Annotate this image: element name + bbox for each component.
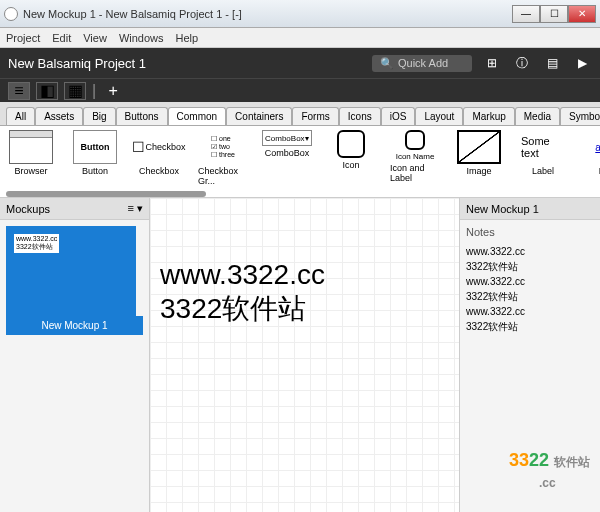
canvas-line-2: 3322软件站 xyxy=(160,292,325,326)
lib-item-label[interactable]: Some textLabel xyxy=(518,130,568,193)
menu-view[interactable]: View xyxy=(83,32,107,44)
cbg-icon: ☐ one☑ two☐ three xyxy=(201,130,245,164)
lib-label: Label xyxy=(532,166,554,176)
menu-project[interactable]: Project xyxy=(6,32,40,44)
tab-forms[interactable]: Forms xyxy=(292,107,338,125)
canvas-text-block[interactable]: www.3322.cc 3322软件站 xyxy=(160,258,325,325)
mockups-sidebar: Mockups ≡ ▾ www.3322.cc 3322软件站 New Mock… xyxy=(0,198,150,512)
thumb-text-1: www.3322.cc xyxy=(16,235,57,242)
lib-item-link[interactable]: a linkLink xyxy=(582,130,600,193)
lib-label: Browser xyxy=(14,166,47,176)
window-titlebar: New Mockup 1 - New Balsamiq Project 1 - … xyxy=(0,0,600,28)
menu-help[interactable]: Help xyxy=(176,32,199,44)
maximize-button[interactable]: ☐ xyxy=(540,5,568,23)
lib-label: Button xyxy=(82,166,108,176)
iconsq-icon xyxy=(337,130,365,158)
play-icon[interactable]: ▶ xyxy=(572,54,592,72)
lib-item-image[interactable]: Image xyxy=(454,130,504,193)
panel-title: New Mockup 1 xyxy=(466,203,539,215)
lib-item-button[interactable]: ButtonButton xyxy=(70,130,120,193)
grid-icon[interactable]: ⊞ xyxy=(482,54,502,72)
panel-header: New Mockup 1 xyxy=(460,198,600,220)
tab-all[interactable]: All xyxy=(6,107,35,125)
link-icon: a link xyxy=(585,130,600,164)
split-view-icon[interactable]: ◧ xyxy=(36,82,58,100)
close-button[interactable]: ✕ xyxy=(568,5,596,23)
iconlbl-icon: Icon Name xyxy=(390,130,440,161)
view-toolbar: ≡ ◧ ▦ | + xyxy=(0,78,600,102)
lib-item-browser[interactable]: Browser xyxy=(6,130,56,193)
project-bar: New Balsamiq Project 1 🔍 Quick Add ⊞ ⓘ ▤… xyxy=(0,48,600,78)
lib-item-checkbox-gr-[interactable]: ☐ one☑ two☐ threeCheckbox Gr... xyxy=(198,130,248,193)
sidebar-header: Mockups ≡ ▾ xyxy=(0,198,149,220)
component-library: BrowserButtonButtonCheckboxCheckbox☐ one… xyxy=(0,126,600,198)
canvas-line-1: www.3322.cc xyxy=(160,258,325,292)
tab-containers[interactable]: Containers xyxy=(226,107,292,125)
tab-symbols[interactable]: Symbols xyxy=(560,107,600,125)
menu-edit[interactable]: Edit xyxy=(52,32,71,44)
search-icon: 🔍 xyxy=(380,57,394,70)
watermark-logo: 3322 软件站 .cc xyxy=(509,450,590,492)
lib-item-icon[interactable]: Icon xyxy=(326,130,376,193)
menu-windows[interactable]: Windows xyxy=(119,32,164,44)
lib-label: ComboBox xyxy=(265,148,310,158)
tab-icons[interactable]: Icons xyxy=(339,107,381,125)
canvas[interactable]: www.3322.cc 3322软件站 xyxy=(150,198,460,512)
layers-icon[interactable]: ▤ xyxy=(542,54,562,72)
tab-buttons[interactable]: Buttons xyxy=(116,107,168,125)
minimize-button[interactable]: — xyxy=(512,5,540,23)
sidebar-menu-icon[interactable]: ≡ ▾ xyxy=(128,202,143,215)
btn-icon: Button xyxy=(73,130,117,164)
image-icon xyxy=(457,130,501,164)
tab-media[interactable]: Media xyxy=(515,107,560,125)
hamburger-icon[interactable]: ≡ xyxy=(8,82,30,100)
lib-item-icon-and-label[interactable]: Icon NameIcon and Label xyxy=(390,130,440,193)
quick-add-search[interactable]: 🔍 Quick Add xyxy=(372,55,472,72)
notes-header: Notes xyxy=(466,226,594,238)
lib-label: Checkbox xyxy=(139,166,179,176)
add-button[interactable]: + xyxy=(102,82,124,100)
lib-label: Checkbox Gr... xyxy=(198,166,248,186)
tab-assets[interactable]: Assets xyxy=(35,107,83,125)
sidebar-title: Mockups xyxy=(6,203,50,215)
project-title: New Balsamiq Project 1 xyxy=(8,56,362,71)
label-icon: Some text xyxy=(521,130,565,164)
app-icon xyxy=(4,7,18,21)
menubar: Project Edit View Windows Help xyxy=(0,28,600,48)
notes-content[interactable]: www.3322.cc3322软件站www.3322.cc3322软件站www.… xyxy=(466,244,594,334)
tab-markup[interactable]: Markup xyxy=(463,107,514,125)
library-scrollbar[interactable] xyxy=(6,191,206,197)
tab-ios[interactable]: iOS xyxy=(381,107,416,125)
lib-label: Image xyxy=(466,166,491,176)
thumb-text-2: 3322软件站 xyxy=(16,242,57,252)
lib-label: Icon xyxy=(342,160,359,170)
info-icon[interactable]: ⓘ xyxy=(512,54,532,72)
lib-label: Icon and Label xyxy=(390,163,440,183)
grid-view-icon[interactable]: ▦ xyxy=(64,82,86,100)
category-tabs: AllAssetsBigButtonsCommonContainersForms… xyxy=(0,102,600,126)
lib-item-combobox[interactable]: ComboBox▾ComboBox xyxy=(262,130,312,193)
tab-layout[interactable]: Layout xyxy=(415,107,463,125)
combo-icon: ComboBox▾ xyxy=(262,130,312,146)
window-title: New Mockup 1 - New Balsamiq Project 1 - … xyxy=(23,8,512,20)
lib-item-checkbox[interactable]: CheckboxCheckbox xyxy=(134,130,184,193)
tab-common[interactable]: Common xyxy=(168,107,227,125)
cb-icon: Checkbox xyxy=(137,130,181,164)
thumb-label: New Mockup 1 xyxy=(6,316,143,335)
tab-big[interactable]: Big xyxy=(83,107,115,125)
mockup-thumbnail[interactable]: www.3322.cc 3322软件站 New Mockup 1 xyxy=(6,226,143,335)
search-placeholder: Quick Add xyxy=(398,57,448,69)
browser-icon xyxy=(9,130,53,164)
